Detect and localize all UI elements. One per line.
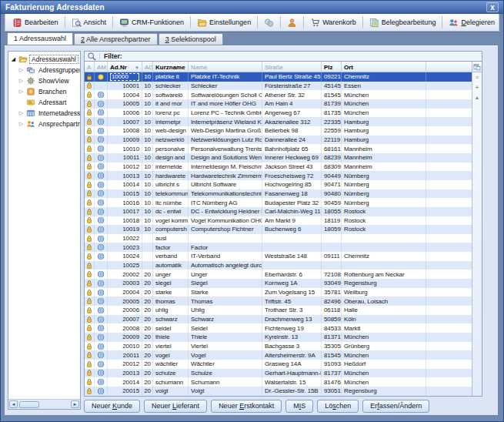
- table-row[interactable]: 2001320schulzeSchulzeGerhart-Hauptmann-R…: [85, 369, 472, 378]
- column-header-name[interactable]: Name: [189, 62, 262, 72]
- table-row[interactable]: 1001510telekommunTelekommunikationstechn…: [85, 189, 472, 199]
- button-l-schen[interactable]: Löschen: [317, 400, 359, 413]
- table-row[interactable]: 1000010platzke itPlatzke IT-TechnikPaul …: [85, 72, 472, 82]
- table-row[interactable]: 2000920thieleThieleKyreinstr. 1381371Mün…: [85, 333, 472, 342]
- table-row[interactable]: 2001220wächtlerWächtlerGrasweg 14A91093H…: [85, 360, 472, 369]
- table-row[interactable]: 2000220ungerUngerEberhardstr. 672108Rott…: [85, 270, 472, 279]
- table-row[interactable]: 1001010personalvePersonalverwaltung Tren…: [85, 144, 472, 153]
- cell-adnr: 10022: [108, 234, 142, 243]
- settings-icon: [197, 18, 207, 28]
- table-row[interactable]: 1001810vogel kommVogel Kommunikation OHG…: [85, 216, 472, 226]
- table-row[interactable]: 2000620uhligUhligTrothaer Str. 306118Hal…: [85, 306, 472, 315]
- filter-bar[interactable]: Filter:: [84, 51, 482, 61]
- tab-3-selektionspool[interactable]: 3 Selektionspool: [159, 33, 223, 45]
- table-row[interactable]: 2000520thomasThomasTriftstr. 4582496Ober…: [85, 296, 472, 306]
- table-row[interactable]: 1000410softwarelöSoftwarelösungen Scholl…: [85, 90, 472, 99]
- button-mis[interactable]: MIS: [285, 400, 313, 413]
- table-row[interactable]: 1001210internetdeInternetdesign M. Fleis…: [85, 162, 472, 172]
- button-erfassen-ndern[interactable]: Erfassen/Ändern: [362, 400, 429, 413]
- table-row[interactable]: 10023factorFactor: [85, 243, 472, 252]
- cell-plz: [322, 234, 342, 243]
- tree-item-adressgruppen[interactable]: ▷Adressgruppen: [8, 65, 80, 75]
- table-row[interactable]: 2001020viertelViertelBachgasse 335305Grü…: [85, 342, 472, 351]
- table-row[interactable]: 1000110schleckerSchleckerFürstenstraße 2…: [85, 82, 472, 91]
- tree-expander-collapsed-icon[interactable]: ▷: [18, 89, 25, 95]
- column-header-ad-nr[interactable]: Ad.Nr▼: [108, 62, 142, 72]
- column-header-kurzname[interactable]: Kurzname: [153, 62, 189, 72]
- cell-plz: 35305: [322, 342, 342, 351]
- column-header-ag[interactable]: AG: [142, 62, 153, 72]
- add-record-icon[interactable]: +: [476, 82, 479, 92]
- grid-scrollbar-strip[interactable]: ≡ + ▲: [472, 62, 482, 396]
- tree-expander-collapsed-icon[interactable]: ▷: [18, 110, 25, 116]
- tree-item-ansprechpartner[interactable]: ▷Ansprechpartner: [8, 119, 80, 129]
- tree-expander-collapsed-icon[interactable]: ▷: [18, 121, 25, 127]
- table-row[interactable]: 2000820seidelSeidelFichtenweg 1984533Mar…: [85, 323, 472, 333]
- toolbar-button-user[interactable]: [282, 15, 302, 30]
- scroll-left-icon[interactable]: ◄: [9, 400, 18, 408]
- table-row[interactable]: 1001410ulbricht sUlbricht SoftwareHochvo…: [85, 180, 472, 189]
- tree-item-showview[interactable]: ▷ShowView: [8, 75, 80, 86]
- table-row[interactable]: 1000910netzwerklöNetzwerklösungen Lutz R…: [85, 136, 472, 145]
- tree-item-adressart[interactable]: Adressart: [8, 97, 80, 108]
- toolbar-button-delegieren[interactable]: Delegieren: [444, 15, 499, 30]
- toolbar-button-sync[interactable]: [259, 15, 279, 30]
- table-row[interactable]: 1001910computershComputershop FichtnerBu…: [85, 225, 472, 234]
- toolbar-button-bearbeiten[interactable]: Bearbeiten: [8, 15, 63, 30]
- scroll-marker-icon[interactable]: ≡: [476, 72, 479, 82]
- column-header-am[interactable]: AM: [95, 62, 108, 72]
- table-row[interactable]: 2000320siegelSiegelKornweg 1A93049Regens…: [85, 279, 472, 288]
- tree-item-internetadressen[interactable]: ▷Internetadressen: [8, 108, 80, 119]
- table-row[interactable]: 2000720schwarzSchwarzDrachmenweg 1350859…: [85, 315, 472, 324]
- adnr-edit-field[interactable]: 10000: [110, 73, 139, 81]
- column-chooser-button[interactable]: [472, 62, 482, 72]
- column-header-plz[interactable]: Plz: [322, 62, 342, 72]
- toolbar-button-ansicht[interactable]: Ansicht: [67, 15, 112, 30]
- scroll-up-icon[interactable]: ▲: [475, 92, 480, 102]
- internet-globe-icon: [97, 208, 105, 216]
- table-row[interactable]: 2000420starkeStarkeZum Vogelsang 1535781…: [85, 288, 472, 297]
- scrollbar-thumb[interactable]: [19, 401, 39, 408]
- table-row[interactable]: 10024verbandIT-VerbandWeststraße 1480911…: [85, 252, 472, 261]
- tree-item-adressauswahl[interactable]: ◢Adressauswahl: [8, 54, 80, 65]
- tree-horizontal-scrollbar[interactable]: ◄ ►: [8, 399, 80, 409]
- close-button[interactable]: x: [486, 2, 499, 12]
- scroll-right-icon[interactable]: ►: [71, 400, 79, 408]
- table-row[interactable]: 1000710internetprInternetpräsenz Wieland…: [85, 117, 472, 126]
- tab-2-alle-ansprechpartner[interactable]: 2 Alle Ansprechpartner: [74, 33, 158, 45]
- tree-expander-collapsed-icon[interactable]: ▷: [18, 78, 25, 84]
- button-neuer-lieferant[interactable]: Neuer Lieferant: [144, 400, 207, 413]
- table-row[interactable]: 2001420schumannSchumannWalsertalstr. 158…: [85, 377, 472, 387]
- tab-1-adressauswahl[interactable]: 1 Adressauswahl: [7, 32, 73, 45]
- column-header-a[interactable]: A: [85, 62, 95, 72]
- toolbar-button-warenkorb[interactable]: Warenkorb: [305, 15, 361, 30]
- cell-name: DC - Entwicklung Heidner KG: [189, 207, 262, 216]
- toolbar-button-crm-funktionen[interactable]: CRM-Funktionen: [115, 15, 189, 30]
- table-row[interactable]: 10025automatikAutomatisch angelegt durch…: [85, 261, 472, 270]
- table-row[interactable]: 2001120vogelVogelAltersheimerstr. 9A8154…: [85, 350, 472, 360]
- cell-ort: Heßdorf: [342, 360, 426, 369]
- button-neuer-kunde[interactable]: Neuer Kunde: [84, 400, 140, 413]
- column-header-ort[interactable]: Ort: [342, 62, 426, 72]
- cell-ort: Nürnberg: [342, 171, 426, 180]
- lock-icon: [85, 253, 93, 260]
- table-row[interactable]: 1000810web-designWeb-Design Martina Groß…: [85, 126, 472, 136]
- column-header-stra-e[interactable]: Straße: [262, 62, 322, 72]
- tree-expander-open-icon[interactable]: ◢: [10, 56, 17, 62]
- table-row[interactable]: 1001110design andDesign and Solutions We…: [85, 153, 472, 162]
- button-neuer-erstkontakt[interactable]: Neuer Erstkontakt: [211, 400, 282, 413]
- table-row[interactable]: 1001610itc nürnbeITC Nürnberg AGBudapest…: [85, 198, 472, 207]
- people-icon: [26, 119, 35, 129]
- table-row[interactable]: 10022ausl: [85, 234, 472, 243]
- table-row[interactable]: 2001520voigtVoigtDr.-Gessler-Str. 15B930…: [85, 387, 472, 396]
- table-row[interactable]: 1001310hardwareteHardwaretechnik Zimmerm…: [85, 171, 472, 180]
- table-row[interactable]: 1000610lorenz pcLorenz PC - Technik GmbH…: [85, 109, 472, 118]
- tree-item-branchen[interactable]: ▷Branchen: [8, 86, 80, 97]
- tree-expander-collapsed-icon[interactable]: ▷: [18, 67, 25, 73]
- toolbar-button-belegbearbeitung[interactable]: Belegbearbeitung: [365, 15, 441, 30]
- table-row[interactable]: 1001710dc - entwiDC - Entwicklung Heidne…: [85, 207, 472, 216]
- toolbar-button-einstellungen[interactable]: Einstellungen: [192, 15, 255, 30]
- cell-adnr: 20002: [108, 270, 142, 279]
- internet-globe-icon: [97, 270, 105, 278]
- table-row[interactable]: 1000510it and morIT and more Höfler OHGA…: [85, 99, 472, 109]
